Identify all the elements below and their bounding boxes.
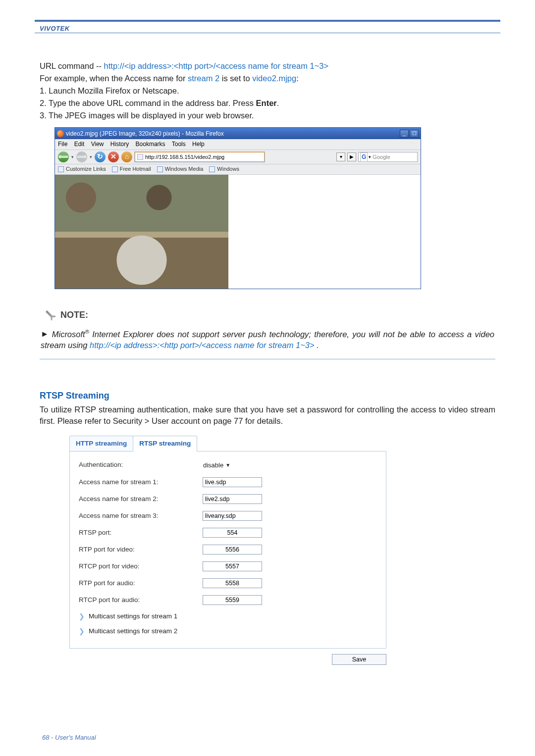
bookmark-free-hotmail[interactable]: Free Hotmail bbox=[112, 165, 151, 173]
auth-label: Authentication: bbox=[79, 460, 203, 470]
step-3: 3. The JPEG images will be displayed in … bbox=[40, 110, 495, 121]
note-registered-symbol: ® bbox=[85, 329, 89, 335]
example-filename: video2.mjpg bbox=[252, 74, 296, 83]
url-cmd: http://<ip address>:<http port>/<access … bbox=[104, 61, 329, 70]
menu-history[interactable]: History bbox=[110, 141, 129, 148]
rtcp-audio-port-input[interactable] bbox=[203, 595, 262, 605]
save-button[interactable]: Save bbox=[332, 654, 386, 665]
rtsp-heading: RTSP Streaming bbox=[40, 390, 495, 402]
page-footer: 68 - User's Manual bbox=[42, 734, 96, 741]
bookmark-customize-links[interactable]: Customize Links bbox=[58, 165, 106, 173]
access-name-1-input[interactable] bbox=[203, 477, 262, 487]
go-icon[interactable]: ▶ bbox=[347, 152, 356, 161]
firefox-menubar[interactable]: File Edit View History Bookmarks Tools H… bbox=[55, 139, 421, 150]
example-line-a: For example, when the Access name for bbox=[40, 74, 188, 83]
back-icon[interactable]: ⟸ bbox=[58, 151, 69, 162]
expand-icon: ❯ bbox=[79, 612, 85, 622]
menu-tools[interactable]: Tools bbox=[172, 141, 186, 148]
rtcp-video-port-label: RTCP port for video: bbox=[79, 562, 203, 571]
access-name-3-input[interactable] bbox=[203, 511, 262, 521]
search-dd-icon[interactable]: ▾ bbox=[369, 154, 371, 160]
example-stream2: stream 2 bbox=[188, 74, 219, 83]
auth-value: disable bbox=[203, 461, 223, 470]
firefox-window: video2.mjpg (JPEG Image, 320x240 pixels)… bbox=[54, 127, 421, 289]
bookmark-label: Windows Media bbox=[165, 165, 204, 173]
chevron-down-icon: ▼ bbox=[225, 462, 230, 469]
home-icon[interactable]: ⌂ bbox=[121, 151, 132, 162]
bookmark-icon bbox=[209, 166, 215, 172]
note-block: NOTE: Microsoft® Internet Explorer does … bbox=[40, 309, 495, 360]
multicast-stream-2-label: Multicast settings for stream 2 bbox=[89, 627, 177, 636]
url-cmd-prefix: URL command -- bbox=[40, 61, 104, 70]
firefox-toolbar: ⟸ ▾ ⟹ ▾ ↻ ✕ ⌂ http://192.168.5.151/video… bbox=[55, 150, 421, 164]
firefox-icon bbox=[57, 130, 64, 137]
rtcp-video-port-input[interactable] bbox=[203, 561, 262, 571]
bookmark-label: Free Hotmail bbox=[120, 165, 151, 173]
content-body: URL command -- http://<ip address>:<http… bbox=[40, 60, 495, 665]
note-url: http://<ip address>:<http port>/<access … bbox=[90, 341, 315, 350]
page-icon bbox=[137, 154, 143, 160]
bookmark-label: Customize Links bbox=[66, 165, 106, 173]
menu-edit[interactable]: Edit bbox=[74, 141, 85, 148]
rtcp-audio-port-label: RTCP port for audio: bbox=[79, 596, 203, 605]
bookmark-icon bbox=[112, 166, 118, 172]
bookmark-windows[interactable]: Windows bbox=[209, 165, 239, 173]
stream-image bbox=[55, 175, 228, 289]
menu-file[interactable]: File bbox=[58, 141, 67, 148]
note-text-a: Microsoft bbox=[52, 329, 85, 338]
bookmark-icon bbox=[58, 166, 64, 172]
step-2c: . bbox=[277, 99, 279, 107]
reload-icon[interactable]: ↻ bbox=[95, 151, 106, 162]
step-2-enter: Enter bbox=[256, 99, 277, 107]
search-placeholder: Google bbox=[373, 153, 390, 161]
tab-http-streaming[interactable]: HTTP streaming bbox=[69, 436, 133, 452]
url-history-dropdown-icon[interactable]: ▾ bbox=[336, 152, 345, 161]
rtp-video-port-label: RTP port for video: bbox=[79, 545, 203, 554]
forward-dropdown-icon[interactable]: ▾ bbox=[90, 154, 92, 160]
menu-bookmarks[interactable]: Bookmarks bbox=[136, 141, 165, 148]
step-2a: 2. Type the above URL command in the add… bbox=[40, 99, 256, 107]
url-input[interactable]: http://192.168.5.151/video2.mjpg bbox=[135, 152, 265, 162]
maximize-icon[interactable]: ☐ bbox=[410, 130, 419, 138]
access-name-3-label: Access name for stream 3: bbox=[79, 511, 203, 521]
rtsp-form-panel: Authentication: disable▼ Access name for… bbox=[69, 451, 386, 649]
pen-icon bbox=[42, 307, 57, 323]
google-icon: G bbox=[360, 152, 368, 162]
auth-select[interactable]: disable▼ bbox=[203, 460, 231, 470]
rtp-audio-port-label: RTP port for audio: bbox=[79, 579, 203, 588]
brand: VIVOTEK bbox=[40, 25, 70, 32]
back-dropdown-icon[interactable]: ▾ bbox=[71, 154, 74, 160]
bookmarks-toolbar: Customize Links Free Hotmail Windows Med… bbox=[55, 164, 421, 174]
rtsp-paragraph: To utilize RTSP streaming authentication… bbox=[40, 404, 495, 427]
firefox-content bbox=[55, 175, 421, 289]
example-line-e: : bbox=[296, 74, 299, 83]
bookmark-windows-media[interactable]: Windows Media bbox=[157, 165, 204, 173]
multicast-stream-1-toggle[interactable]: ❯ Multicast settings for stream 1 bbox=[79, 612, 377, 622]
access-name-2-input[interactable] bbox=[203, 494, 262, 504]
bookmark-label: Windows bbox=[217, 165, 239, 173]
tab-rtsp-streaming[interactable]: RTSP streaming bbox=[133, 436, 197, 452]
multicast-stream-1-label: Multicast settings for stream 1 bbox=[89, 612, 177, 621]
search-input[interactable]: G▾ Google bbox=[358, 152, 418, 162]
access-name-1-label: Access name for stream 1: bbox=[79, 478, 203, 487]
example-line-c: is set to bbox=[219, 74, 252, 83]
firefox-title: video2.mjpg (JPEG Image, 320x240 pixels)… bbox=[66, 130, 224, 138]
streaming-panel: HTTP streaming RTSP streaming Authentica… bbox=[69, 436, 386, 649]
minimize-icon[interactable]: _ bbox=[400, 130, 409, 138]
url-text: http://192.168.5.151/video2.mjpg bbox=[145, 153, 224, 161]
forward-icon[interactable]: ⟹ bbox=[76, 151, 87, 162]
rtp-video-port-input[interactable] bbox=[203, 545, 262, 554]
firefox-titlebar: video2.mjpg (JPEG Image, 320x240 pixels)… bbox=[55, 128, 421, 139]
menu-help[interactable]: Help bbox=[192, 141, 205, 148]
rtp-audio-port-input[interactable] bbox=[203, 578, 262, 588]
rtsp-port-input[interactable] bbox=[203, 528, 262, 538]
access-name-2-label: Access name for stream 2: bbox=[79, 495, 203, 504]
note-body: Microsoft® Internet Explorer does not su… bbox=[40, 326, 495, 360]
multicast-stream-2-toggle[interactable]: ❯ Multicast settings for stream 2 bbox=[79, 627, 377, 637]
expand-icon: ❯ bbox=[79, 627, 85, 637]
stop-icon[interactable]: ✕ bbox=[108, 151, 119, 162]
step-1: 1. Launch Mozilla Firefox or Netscape. bbox=[40, 85, 495, 97]
menu-view[interactable]: View bbox=[91, 141, 104, 148]
rtsp-port-label: RTSP port: bbox=[79, 528, 203, 538]
note-text-c: . bbox=[315, 341, 319, 350]
